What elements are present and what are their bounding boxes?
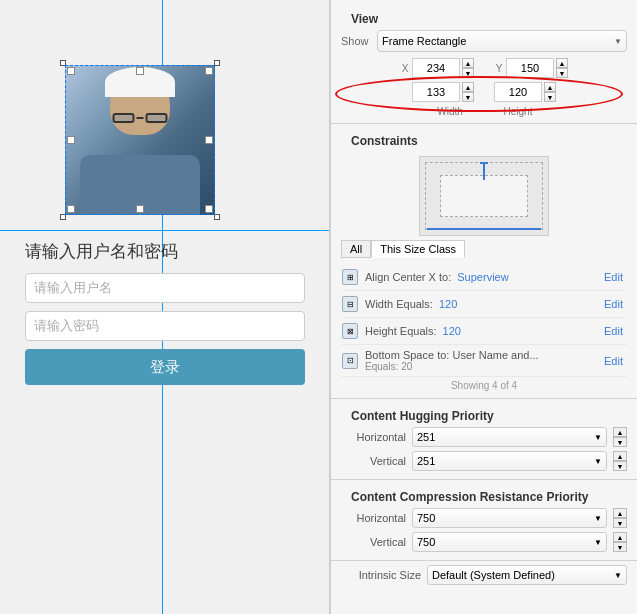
constraint-text-3: Height Equals: 120 [365,325,594,337]
constraint-edit-4[interactable]: Edit [600,355,627,367]
y-increment[interactable]: ▲ [556,58,568,68]
constraint-edit-3[interactable]: Edit [600,325,627,337]
constraint-label-3: Height Equals: [365,325,437,337]
compression-v-row: Vertical 750 ▼ ▲ ▼ [341,532,627,552]
constraint-label-4: Bottom Space to: User Name and... [365,349,594,361]
show-dropdown[interactable]: Frame Rectangle ▼ [377,30,627,52]
constraint-text-4: Bottom Space to: User Name and... Equals… [365,349,594,372]
ui-controls: 请输入用户名和密码 请输入用户名 请输入密码 登录 [25,240,305,385]
constraints-diagram [419,156,549,236]
view-section: View Show Frame Rectangle ▼ X 234 ▲ [331,0,637,124]
compression-title: Content Compression Resistance Priority [341,484,627,508]
compression-section: Content Compression Resistance Priority … [331,480,637,561]
height-label: Height [494,106,542,117]
tab-all[interactable]: All [341,240,371,258]
wh-row: 133 ▲ ▼ 120 ▲ ▼ [341,82,627,102]
width-value: 133 [427,86,445,98]
intrinsic-section: Intrinsic Size Default (System Defined) … [331,561,637,589]
hugging-h-inc[interactable]: ▲ [613,427,627,437]
compression-h-dec[interactable]: ▼ [613,518,627,528]
showing-text: Showing 4 of 4 [341,377,627,394]
login-button[interactable]: 登录 [25,349,305,385]
hugging-v-dec[interactable]: ▼ [613,461,627,471]
inspector-panel: View Show Frame Rectangle ▼ X 234 ▲ [330,0,637,614]
width-equals-icon: ⊟ [342,296,358,312]
height-decrement[interactable]: ▼ [544,92,556,102]
width-increment[interactable]: ▲ [462,82,474,92]
view-section-title: View [341,6,627,30]
x-value: 234 [427,62,445,74]
show-row: Show Frame Rectangle ▼ [341,30,627,52]
compression-v-value: 750 [417,536,435,548]
hugging-v-inc[interactable]: ▲ [613,451,627,461]
hugging-v-dropdown[interactable]: 251 ▼ [412,451,607,471]
constraint-edit-2[interactable]: Edit [600,298,627,310]
constraint-item-4: ⊡ Bottom Space to: User Name and... Equa… [341,345,627,377]
y-decrement[interactable]: ▼ [556,68,568,78]
constraint-edit-1[interactable]: Edit [600,271,627,283]
compression-v-arrow: ▼ [594,538,602,547]
hugging-h-dec[interactable]: ▼ [613,437,627,447]
compression-h-row: Horizontal 750 ▼ ▲ ▼ [341,508,627,528]
constraint-icon-2: ⊟ [341,295,359,313]
bottom-space-icon: ⊡ [342,353,358,369]
image-view[interactable] [65,65,215,215]
xy-row: X 234 ▲ ▼ Y 150 ▲ ▼ [341,58,627,78]
height-input[interactable]: 120 [494,82,542,102]
width-decrement[interactable]: ▼ [462,92,474,102]
intrinsic-dropdown[interactable]: Default (System Defined) ▼ [427,565,627,585]
title-label: 请输入用户名和密码 [25,240,305,263]
width-input[interactable]: 133 [412,82,460,102]
constraint-label-2: Width Equals: [365,298,433,310]
hugging-section: Content Hugging Priority Horizontal 251 … [331,399,637,480]
align-center-icon: ⊞ [342,269,358,285]
compression-v-label: Vertical [341,536,406,548]
height-increment[interactable]: ▲ [544,82,556,92]
intrinsic-label: Intrinsic Size [341,569,421,581]
x-input[interactable]: 234 [412,58,460,78]
canvas-panel: 请输入用户名和密码 请输入用户名 请输入密码 登录 [0,0,330,614]
height-stepper: 120 ▲ ▼ [494,82,556,102]
height-value: 120 [509,86,527,98]
constraint-item-2: ⊟ Width Equals: 120 Edit [341,291,627,318]
x-decrement[interactable]: ▼ [462,68,474,78]
size-class-tabs: All This Size Class [341,240,627,258]
constraints-section: Constraints All This Size Class [331,124,637,399]
username-field[interactable]: 请输入用户名 [25,273,305,303]
constraint-v-top [483,162,485,180]
hugging-v-arrow: ▼ [594,457,602,466]
hugging-h-stepper: ▲ ▼ [613,427,627,447]
image-view-container[interactable] [60,60,230,220]
y-label: Y [494,63,504,74]
constraint-value-3: 120 [443,325,461,337]
login-label: 登录 [150,358,180,377]
width-stepper-buttons: ▲ ▼ [462,82,474,102]
height-stepper-buttons: ▲ ▼ [544,82,556,102]
constraint-sub-4: Equals: 20 [365,361,594,372]
compression-h-arrow: ▼ [594,514,602,523]
person-photo [65,65,215,215]
compression-h-inc[interactable]: ▲ [613,508,627,518]
hugging-v-label: Vertical [341,455,406,467]
hugging-v-stepper: ▲ ▼ [613,451,627,471]
y-input[interactable]: 150 [506,58,554,78]
tab-this-size[interactable]: This Size Class [371,240,465,258]
x-stepper: X 234 ▲ ▼ [400,58,474,78]
hugging-h-value: 251 [417,431,435,443]
compression-v-inc[interactable]: ▲ [613,532,627,542]
password-field[interactable]: 请输入密码 [25,311,305,341]
x-increment[interactable]: ▲ [462,58,474,68]
compression-v-dec[interactable]: ▼ [613,542,627,552]
compression-v-dropdown[interactable]: 750 ▼ [412,532,607,552]
hugging-h-dropdown[interactable]: 251 ▼ [412,427,607,447]
show-label: Show [341,35,371,47]
constraint-item-3: ⊠ Height Equals: 120 Edit [341,318,627,345]
constraints-title: Constraints [341,128,627,152]
compression-h-stepper: ▲ ▼ [613,508,627,528]
height-equals-icon: ⊠ [342,323,358,339]
y-value: 150 [521,62,539,74]
intrinsic-row: Intrinsic Size Default (System Defined) … [341,565,627,585]
compression-h-dropdown[interactable]: 750 ▼ [412,508,607,528]
constraint-item-1: ⊞ Align Center X to: Superview Edit [341,264,627,291]
username-placeholder: 请输入用户名 [34,279,112,297]
